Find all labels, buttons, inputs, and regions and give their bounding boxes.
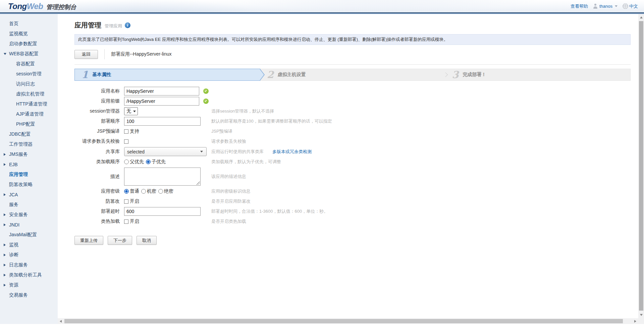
sidebar-item[interactable]: AJP通道管理 — [0, 109, 58, 119]
sidebar-item[interactable]: HTTP通道管理 — [0, 99, 58, 109]
sidebar-item[interactable]: EJB — [0, 159, 58, 170]
chevron-right-icon — [4, 254, 6, 256]
param-loss-check-checkbox[interactable] — [124, 139, 128, 144]
description-textarea[interactable] — [124, 168, 201, 186]
sidebar-item[interactable]: 容器配置 — [0, 59, 58, 69]
scrollbar-corner — [638, 318, 644, 324]
session-manager-select[interactable]: 无 — [124, 107, 138, 115]
shared-lib-label: 共享库 — [74, 149, 124, 155]
wizard-step[interactable]: 1基本属性 — [74, 69, 260, 81]
sidebar-item[interactable]: JavaMail配置 — [0, 230, 58, 240]
security-level-radio[interactable] — [141, 189, 146, 194]
deploy-timeout-label: 部署超时 — [74, 208, 124, 214]
app-prefix-input[interactable]: /HappyServer — [124, 97, 199, 106]
tamper-proof-checkbox[interactable] — [124, 199, 128, 204]
sidebar-item-label: AJP通道管理 — [16, 111, 44, 117]
user-icon — [593, 4, 598, 9]
redundant-class-check-link[interactable]: 多版本或冗余类检测 — [272, 149, 312, 155]
form-row: 应用密级普通机密绝密应用的密级标识信息 — [74, 187, 631, 196]
user-menu[interactable]: thanos — [593, 4, 618, 9]
sidebar-item-label: PHP配置 — [16, 121, 35, 127]
sidebar-item[interactable]: 安全服务 — [0, 210, 58, 220]
class-hot-reload-checkbox[interactable] — [124, 219, 128, 224]
sidebar-item[interactable]: 访问日志 — [0, 79, 58, 89]
help-link[interactable]: 查看帮助 — [571, 3, 588, 9]
sidebar-item-label: 资源 — [9, 282, 18, 288]
wizard-step[interactable]: 3完成部署！ — [445, 69, 630, 80]
jsp-precompile-checkbox[interactable] — [124, 129, 128, 134]
classload-order-radio[interactable] — [124, 159, 129, 164]
sidebar-item-label: 首页 — [9, 21, 18, 27]
classload-order-radio[interactable] — [146, 159, 151, 164]
sidebar-item[interactable]: 服务 — [0, 200, 58, 210]
info-icon[interactable] — [125, 22, 130, 28]
sidebar-item[interactable]: 工作管理器 — [0, 139, 58, 149]
sidebar-item-label: JNDI — [9, 222, 19, 227]
wizard-step-label: 基本属性 — [92, 72, 111, 78]
horizontal-scroll-thumb[interactable] — [64, 319, 623, 323]
sidebar-item[interactable]: 防篡改策略 — [0, 180, 58, 190]
deploy-timeout-input[interactable]: 600 — [124, 207, 201, 216]
app-name-control: HappyServer — [124, 87, 209, 95]
sidebar-item-label: 诊断 — [9, 252, 18, 258]
wizard-step[interactable]: 2虚拟主机设置 — [260, 69, 445, 80]
param-loss-check-control — [124, 139, 209, 144]
sidebar-item[interactable]: PHP配置 — [0, 119, 58, 129]
back-button[interactable]: 返回 — [74, 50, 98, 59]
sidebar-item[interactable]: JMS服务 — [0, 149, 58, 159]
chevron-right-icon — [4, 163, 6, 166]
sidebar-item-label: 监视 — [9, 242, 18, 248]
sidebar-item[interactable]: 诊断 — [0, 250, 58, 260]
scroll-up-arrow-icon[interactable] — [638, 15, 644, 20]
language-switcher[interactable]: 中文 — [623, 3, 638, 9]
next-button[interactable]: 下一步 — [108, 236, 132, 245]
description-label: 描述 — [74, 174, 124, 180]
valid-check-icon — [203, 99, 209, 104]
form-row: JSP预编译支持JSP预编译 — [74, 127, 631, 136]
sidebar-item[interactable]: 虚拟主机管理 — [0, 89, 58, 99]
class-hot-reload-checkbox-label: 开启 — [130, 218, 139, 224]
session-manager-hint: 选择session管理器，默认不选择 — [211, 108, 274, 114]
cancel-button[interactable]: 取消 — [137, 236, 157, 245]
form-row: 部署超时600部署超时时间，合法值：1-3600，默认值：600，单位：秒。 — [74, 207, 631, 216]
sidebar-item[interactable]: 交易服务 — [0, 290, 58, 300]
deploy-form: 应用名称HappyServer应用前缀/HappyServersession管理… — [74, 87, 631, 226]
sidebar-item[interactable]: 类加载分析工具 — [0, 270, 58, 280]
sidebar-item[interactable]: 应用管理 — [0, 170, 58, 180]
chevron-right-icon — [4, 284, 6, 286]
sidebar-item-label: 容器配置 — [16, 61, 35, 67]
security-level-radio[interactable] — [158, 189, 163, 194]
vertical-scroll-thumb[interactable] — [639, 21, 643, 311]
sidebar-item[interactable]: 资源 — [0, 280, 58, 290]
sidebar-item[interactable]: 启动参数配置 — [0, 39, 58, 49]
sidebar-item[interactable]: 首页 — [0, 19, 58, 29]
sidebar-item[interactable]: 监视概览 — [0, 29, 58, 39]
sidebar-item-label: session管理 — [16, 71, 41, 77]
sidebar-item[interactable]: 监视 — [0, 240, 58, 250]
sidebar-item-label: 安全服务 — [9, 212, 28, 218]
app-prefix-label: 应用前缀 — [74, 98, 124, 104]
sidebar-item[interactable]: JNDI — [0, 220, 58, 230]
sidebar-item[interactable]: WEB容器配置 — [0, 49, 58, 59]
app-name-input[interactable]: HappyServer — [124, 87, 199, 95]
sidebar-item[interactable]: 日志服务 — [0, 260, 58, 270]
resize-handle-icon[interactable] — [197, 182, 200, 185]
horizontal-scrollbar[interactable] — [58, 318, 638, 324]
notice-bar: 此页显示了已经部署到TongWeb的Java EE 应用程序和独立应用程序模块列… — [74, 34, 631, 45]
wizard-steps: 1基本属性2虚拟主机设置3完成部署！ — [74, 69, 631, 81]
session-manager-value: 无 — [126, 108, 131, 114]
deploy-order-input[interactable]: 100 — [124, 117, 201, 126]
scroll-down-arrow-icon[interactable] — [638, 312, 644, 318]
security-level-radio[interactable] — [124, 189, 129, 194]
shared-lib-dropdown[interactable]: selected — [124, 147, 207, 156]
sidebar-item[interactable]: JCA — [0, 190, 58, 200]
scroll-left-arrow-icon[interactable] — [58, 318, 64, 324]
sidebar-item[interactable]: JDBC配置 — [0, 129, 58, 139]
globe-icon — [623, 3, 628, 9]
tamper-proof-checkbox-label: 开启 — [130, 198, 139, 204]
reupload-button[interactable]: 重新上传 — [74, 236, 103, 245]
vertical-scrollbar[interactable] — [638, 14, 644, 324]
sidebar-item[interactable]: session管理 — [0, 69, 58, 79]
app-name-label: 应用名称 — [74, 88, 124, 94]
scroll-right-arrow-icon[interactable] — [632, 318, 638, 324]
